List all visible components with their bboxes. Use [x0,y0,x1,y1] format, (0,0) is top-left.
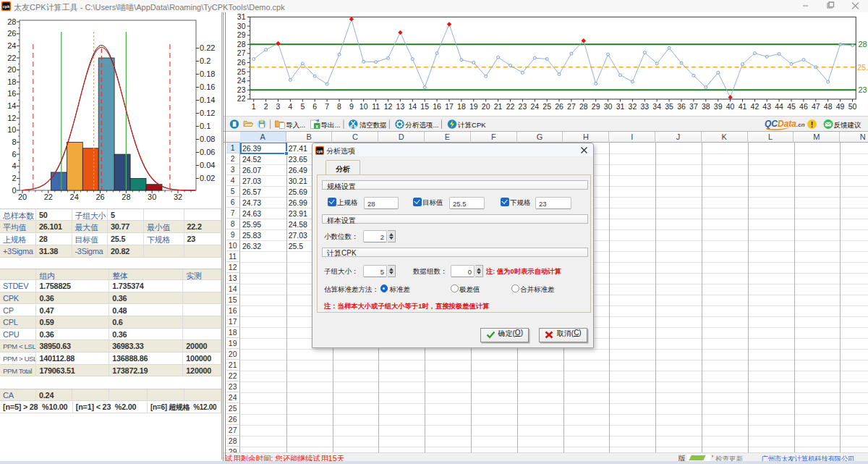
svg-text:6: 6 [312,101,317,110]
svg-text:29: 29 [237,30,245,39]
svg-text:40: 40 [726,101,734,110]
svg-text:30: 30 [148,193,156,201]
svg-text:0.16: 0.16 [200,83,215,91]
svg-text:43: 43 [762,101,771,110]
svg-text:37: 37 [689,101,698,110]
svg-text:25: 25 [542,101,551,110]
svg-text:19: 19 [469,101,477,110]
svg-text:20: 20 [18,193,27,201]
svg-text:22: 22 [7,54,16,62]
svg-text:QCData.cn: QCData.cn [765,119,805,129]
svg-text:5: 5 [300,101,305,110]
svg-text:14: 14 [408,101,417,110]
svg-text:0.12: 0.12 [200,109,215,117]
svg-text:17: 17 [445,101,454,110]
svg-text:16: 16 [433,101,441,110]
svg-text:23: 23 [858,85,867,94]
svg-text:10: 10 [7,125,16,134]
svg-text:28: 28 [579,101,587,110]
svg-text:0.14: 0.14 [200,96,215,104]
svg-text:26: 26 [555,101,563,110]
svg-text:0.04: 0.04 [200,161,215,169]
svg-text:45: 45 [787,101,796,110]
svg-text:22: 22 [44,193,53,201]
svg-text:20: 20 [481,101,490,110]
svg-text:18: 18 [457,101,466,110]
svg-text:46: 46 [799,101,808,110]
svg-text:42: 42 [750,101,759,110]
svg-text:28: 28 [122,193,130,201]
svg-text:14: 14 [7,101,16,110]
svg-text:0.08: 0.08 [200,135,215,143]
svg-text:31: 31 [616,101,624,110]
svg-text:0: 0 [12,186,16,195]
svg-text:32: 32 [174,193,182,201]
svg-text:25: 25 [237,67,245,75]
svg-text:24: 24 [530,101,539,110]
svg-text:27: 27 [567,101,576,110]
svg-text:35: 35 [665,101,673,110]
svg-text:2: 2 [12,174,16,182]
svg-text:30: 30 [603,101,612,110]
svg-text:47: 47 [811,101,820,110]
svg-text:31: 31 [237,12,245,21]
svg-text:28: 28 [7,17,16,26]
svg-text:15: 15 [420,101,429,110]
svg-text:!: ! [810,119,813,128]
svg-text:23: 23 [237,85,245,93]
svg-text:0.18: 0.18 [200,69,215,78]
svg-text:11: 11 [372,101,380,110]
svg-text:24: 24 [237,76,245,85]
svg-text:9: 9 [349,101,353,110]
svg-text:49: 49 [835,101,844,110]
svg-text:39: 39 [713,101,722,110]
svg-text:1: 1 [251,101,255,110]
svg-text:4: 4 [12,161,16,170]
svg-text:32: 32 [628,101,637,110]
svg-text:26: 26 [237,58,245,67]
svg-text:20: 20 [7,65,16,74]
svg-text:28: 28 [858,40,867,48]
svg-text:26: 26 [7,29,16,38]
svg-text:23: 23 [518,101,527,110]
svg-text:0.2: 0.2 [200,56,210,65]
svg-text:0.22: 0.22 [200,43,215,52]
svg-text:12: 12 [7,114,16,122]
svg-text:8: 8 [337,101,341,110]
svg-text:x: x [315,123,318,128]
svg-text:cpk: cpk [317,148,323,153]
svg-text:13: 13 [396,101,404,110]
svg-text:34: 34 [652,101,661,110]
svg-text:24: 24 [70,193,79,201]
svg-text:28: 28 [237,39,245,48]
svg-text:10: 10 [359,101,367,110]
svg-text:7: 7 [325,101,329,110]
svg-text:16: 16 [7,89,16,98]
svg-text:6: 6 [12,150,16,159]
svg-text:48: 48 [823,101,832,110]
svg-text:0.02: 0.02 [200,174,215,182]
svg-text:50: 50 [848,101,856,110]
svg-text:24: 24 [7,41,16,50]
svg-text:21: 21 [493,101,502,110]
svg-text:4: 4 [288,101,292,110]
svg-text:33: 33 [640,101,649,110]
svg-text:36: 36 [677,101,686,110]
svg-text:8: 8 [12,138,16,146]
svg-text:0.06: 0.06 [200,148,215,156]
svg-text:44: 44 [775,101,783,110]
svg-text:29: 29 [591,101,600,110]
svg-text:22: 22 [506,101,514,110]
svg-text:27: 27 [237,48,245,57]
svg-text:30: 30 [237,21,245,30]
svg-text:22: 22 [237,94,245,103]
svg-text:0.1: 0.1 [200,122,210,130]
svg-text:41: 41 [738,101,746,110]
svg-text:26: 26 [95,193,104,201]
svg-text:2: 2 [263,101,268,110]
svg-text:25.5: 25.5 [857,62,868,71]
svg-text:12: 12 [383,101,392,110]
svg-text:38: 38 [701,101,710,110]
svg-text:3: 3 [276,101,280,110]
svg-text:18: 18 [7,77,16,86]
